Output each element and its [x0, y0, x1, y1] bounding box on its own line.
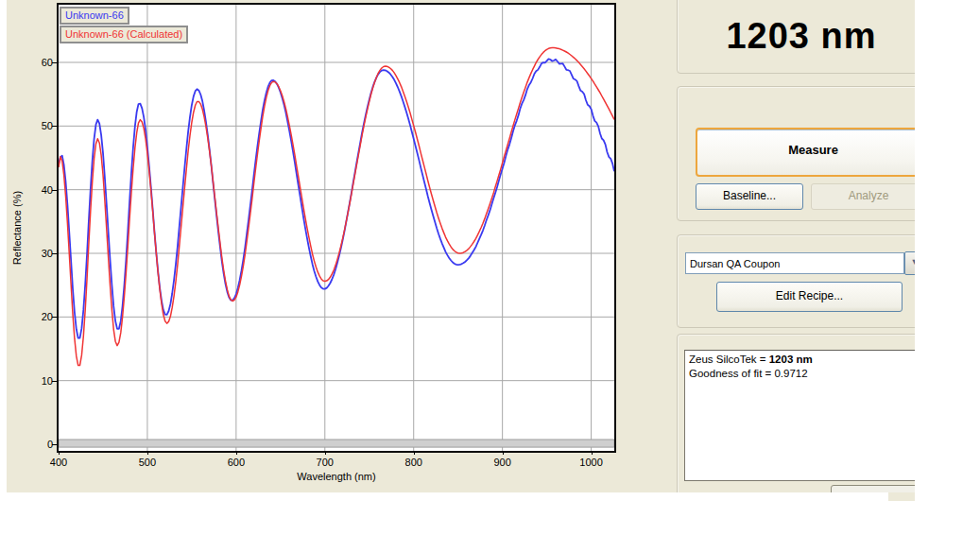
y-tick-mark — [52, 253, 57, 254]
measure-button[interactable]: Measure — [696, 128, 915, 177]
scan-band — [59, 440, 614, 447]
x-tick-label: 1000 — [573, 456, 610, 469]
series-calculated-line — [59, 48, 614, 366]
results-panel: Zeus SilcoTek = 1203 nm Goodness of fit … — [677, 334, 915, 492]
x-tick-label: 800 — [395, 456, 433, 469]
y-tick-label: 40 — [32, 183, 53, 197]
recipe-combo-dropdown-button[interactable]: ▼ — [904, 251, 915, 275]
x-tick-mark — [147, 451, 148, 455]
thickness-result-value: 1203 nm — [769, 354, 813, 365]
y-tick-mark — [52, 381, 57, 382]
y-tick-mark — [52, 126, 57, 127]
x-tick-label: 700 — [306, 456, 344, 469]
x-tick-mark — [236, 451, 237, 455]
y-tick-label: 30 — [32, 247, 53, 260]
thickness-result-prefix: Zeus SilcoTek = — [689, 354, 769, 365]
thickness-display-panel: 1203 nm — [677, 0, 915, 74]
x-tick-mark — [59, 451, 60, 455]
plot-canvas — [59, 5, 614, 451]
recipe-panel: ▼ Edit Recipe... — [677, 234, 915, 328]
y-tick-label: 60 — [32, 56, 53, 69]
x-tick-label: 600 — [217, 456, 255, 469]
cut-off-ui-sliver — [888, 492, 915, 501]
thickness-result-line: Zeus SilcoTek = 1203 nm — [689, 353, 915, 367]
actions-panel: Measure Baseline... Analyze — [677, 86, 915, 221]
recipe-combo-input[interactable] — [685, 252, 904, 274]
app-window: Unknown-66 Unknown-66 (Calculated) Wavel… — [0, 0, 915, 492]
y-tick-label: 50 — [32, 119, 53, 132]
y-tick-label: 10 — [32, 374, 53, 388]
x-tick-label: 900 — [484, 456, 522, 469]
x-axis-title: Wavelength (nm) — [59, 471, 614, 482]
goodness-of-fit-line: Goodness of fit = 0.9712 — [689, 367, 915, 381]
app-screenshot: Unknown-66 Unknown-66 (Calculated) Wavel… — [0, 0, 980, 535]
y-tick-mark — [52, 444, 57, 445]
x-tick-mark — [414, 451, 415, 455]
analyze-button[interactable]: Analyze — [811, 183, 915, 210]
y-axis-title: Reflectance (%) — [11, 184, 25, 271]
edit-recipe-button[interactable]: Edit Recipe... — [716, 282, 903, 312]
baseline-button[interactable]: Baseline... — [696, 183, 803, 210]
chevron-down-icon: ▼ — [911, 257, 915, 267]
legend-measured-label: Unknown-66 — [65, 9, 124, 21]
thickness-readout: 1203 nm — [726, 7, 876, 57]
y-tick-label: 0 — [32, 438, 53, 451]
cut-off-button-fragment[interactable] — [831, 485, 915, 492]
y-tick-mark — [52, 317, 57, 318]
y-tick-mark — [52, 190, 57, 191]
y-tick-mark — [52, 62, 57, 63]
spectrum-chart: Unknown-66 Unknown-66 (Calculated) Wavel… — [0, 0, 677, 492]
x-tick-mark — [325, 451, 326, 455]
series-measured-line — [59, 59, 614, 337]
x-tick-label: 400 — [40, 456, 77, 469]
x-tick-mark — [503, 451, 504, 455]
y-tick-label: 20 — [32, 310, 53, 323]
legend-calculated-label: Unknown-66 (Calculated) — [65, 28, 182, 40]
results-box: Zeus SilcoTek = 1203 nm Goodness of fit … — [684, 350, 915, 481]
x-tick-mark — [592, 451, 593, 455]
legend-measured: Unknown-66 — [60, 7, 129, 25]
legend-calculated: Unknown-66 (Calculated) — [60, 26, 188, 43]
plot-area: Unknown-66 Unknown-66 (Calculated) — [57, 3, 616, 453]
x-tick-label: 500 — [129, 456, 166, 469]
